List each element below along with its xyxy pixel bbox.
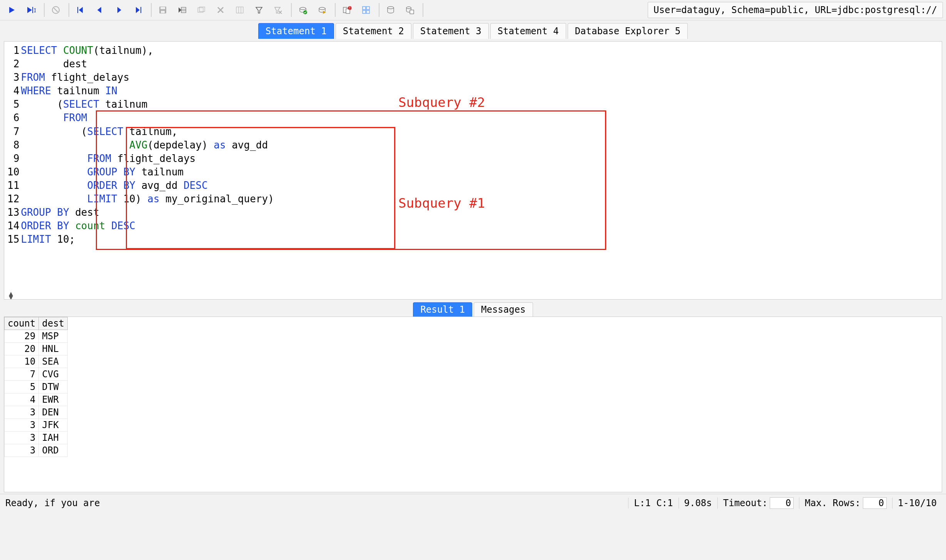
results-grid[interactable]: countdest29MSP20HNL10SEA7CVG5DTW4EWR3DEN… [4,317,942,492]
append-results-button[interactable] [357,2,375,18]
statement-tab[interactable]: Statement 3 [413,23,489,39]
save-button[interactable] [154,2,172,18]
svg-marker-10 [136,7,140,13]
svg-rect-12 [159,7,166,13]
database-button[interactable] [382,2,399,18]
next-record-button[interactable] [110,2,128,18]
svg-rect-23 [236,7,243,13]
table-row[interactable]: 3DEN [5,406,68,419]
filter-button[interactable] [250,2,268,18]
select-columns-button[interactable] [231,2,249,18]
svg-line-29 [279,11,282,14]
svg-marker-9 [117,7,121,13]
toolbar: I ! User=dataguy, Schema=public, URL=jdb… [0,0,946,20]
status-elapsed: 9.08s [679,498,717,508]
svg-rect-2 [32,7,33,13]
status-bar: Ready, if you are L:1 C:1 9.08s Timeout:… [0,494,946,512]
svg-point-31 [303,10,307,14]
statement-tab[interactable]: Database Explorer 5 [568,23,688,39]
editor-resize-handle[interactable]: ▲▼ [9,292,13,299]
sql-editor[interactable]: 123456789101112131415 SELECT COUNT(tailn… [4,41,942,300]
status-maxrows: Max. Rows:0 [799,497,892,509]
svg-text:!: ! [349,6,351,10]
svg-rect-38 [363,7,366,10]
result-tabbar: Result 1Messages [4,300,942,317]
annotation-box-subquery1 [126,127,395,249]
column-header[interactable]: dest [39,317,68,330]
status-message: Ready, if you are [4,498,628,508]
clear-filter-button[interactable] [269,2,287,18]
toggle-autocommit-button[interactable]: ! [338,2,356,18]
svg-marker-26 [256,7,262,13]
rollback-button[interactable] [313,2,331,18]
connection-info: User=dataguy, Schema=public, URL=jdbc:po… [648,2,943,18]
last-record-button[interactable] [129,2,147,18]
svg-rect-6 [77,7,78,13]
svg-rect-11 [140,7,141,13]
annotation-label-subquery1: Subquery #1 [398,195,485,211]
table-row[interactable]: 3ORD [5,444,68,457]
table-row[interactable]: 7CVG [5,368,68,381]
line-number-gutter: 123456789101112131415 [4,42,21,246]
svg-line-21 [218,7,223,13]
svg-marker-1 [27,7,32,13]
svg-rect-34 [343,7,347,13]
svg-marker-7 [79,7,83,13]
prev-record-button[interactable] [91,2,109,18]
maxrows-input[interactable]: 0 [863,497,887,509]
timeout-input[interactable]: 0 [770,497,794,509]
table-row[interactable]: 5DTW [5,381,68,393]
column-header[interactable]: count [5,317,39,330]
svg-rect-35 [346,9,350,13]
svg-rect-16 [181,7,186,13]
svg-rect-44 [410,10,414,14]
result-tab[interactable]: Result 1 [413,302,472,317]
svg-marker-0 [9,7,15,13]
svg-line-5 [54,8,58,12]
schema-browser-button[interactable] [401,2,419,18]
svg-text:I: I [33,7,36,13]
run-button[interactable] [3,2,21,18]
delete-row-button[interactable] [212,2,229,18]
statement-tab[interactable]: Statement 1 [258,23,334,39]
svg-line-28 [279,11,282,14]
commit-button[interactable] [294,2,312,18]
table-row[interactable]: 29MSP [5,330,68,343]
svg-point-30 [300,7,306,10]
statement-tab[interactable]: Statement 2 [336,23,411,39]
result-tab[interactable]: Messages [474,302,533,317]
status-cursor-position: L:1 C:1 [628,498,678,508]
svg-line-22 [218,7,223,13]
svg-point-32 [319,7,325,10]
svg-rect-39 [366,7,369,10]
svg-rect-41 [366,10,369,13]
table-row[interactable]: 3IAH [5,432,68,444]
annotation-label-subquery2: Subquery #2 [398,95,485,110]
table-row[interactable]: 4EWR [5,393,68,406]
svg-rect-19 [198,8,203,12]
svg-point-4 [52,7,59,13]
svg-point-43 [406,7,411,9]
status-rowrange: 1-10/10 [892,498,942,508]
svg-point-42 [388,7,394,9]
svg-point-36 [348,6,351,10]
status-timeout: Timeout:0 [717,497,799,509]
svg-marker-27 [275,7,280,13]
svg-rect-14 [161,11,165,13]
table-row[interactable]: 10SEA [5,355,68,368]
svg-marker-8 [97,7,101,13]
copy-row-button[interactable] [192,2,210,18]
table-row[interactable]: 3JFK [5,419,68,432]
statement-tabbar: Statement 1Statement 2Statement 3Stateme… [0,20,946,39]
svg-rect-40 [363,10,366,13]
insert-row-button[interactable] [173,2,191,18]
first-record-button[interactable] [72,2,89,18]
table-row[interactable]: 20HNL [5,343,68,355]
svg-marker-15 [179,7,181,13]
stop-button[interactable] [47,2,65,18]
svg-rect-20 [199,7,205,12]
svg-rect-13 [160,7,165,9]
svg-marker-33 [323,11,326,14]
run-to-cursor-button[interactable]: I [22,2,40,18]
statement-tab[interactable]: Statement 4 [490,23,566,39]
